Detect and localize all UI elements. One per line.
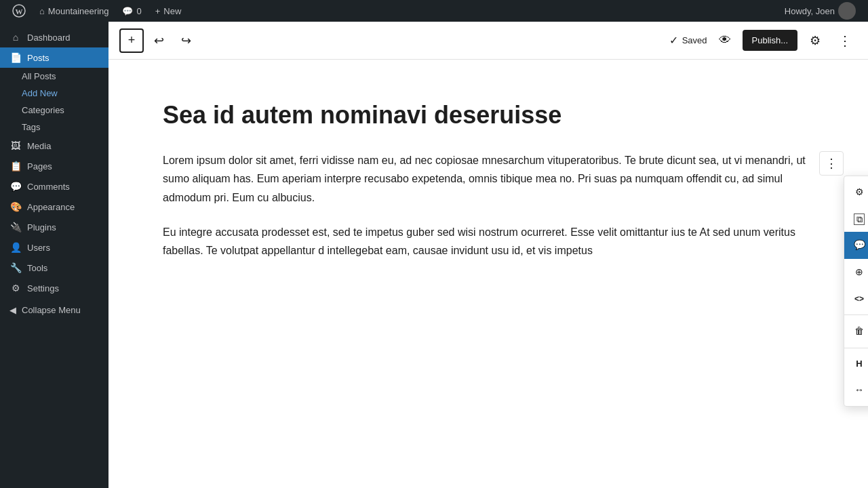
sidebar-item-settings-label: Settings	[27, 283, 59, 293]
all-posts-label: All Posts	[22, 71, 56, 81]
categories-label: Categories	[22, 105, 64, 115]
editor-settings-button[interactable]: ⚙	[803, 28, 827, 53]
sidebar-item-tags[interactable]: Tags	[0, 119, 108, 136]
paragraph-block-1: Lorem ipsum dolor sit amet, ferri vidiss…	[163, 151, 814, 207]
sidebar-item-tools[interactable]: 🔧 Tools	[0, 258, 108, 278]
post-title[interactable]: Sea id autem nominavi deseruisse	[163, 100, 814, 129]
collapse-menu-button[interactable]: ◀ Collapse Menu	[0, 298, 108, 322]
menu-item-edit-html[interactable]: <> Edit as HTML	[844, 286, 868, 312]
comments-icon: 💬	[9, 181, 22, 192]
paragraph-1-text[interactable]: Lorem ipsum dolor sit amet, ferri vidiss…	[163, 151, 814, 207]
svg-text:W: W	[16, 7, 23, 16]
undo-button[interactable]: ↩	[146, 28, 171, 53]
collapse-arrow-icon: ◀	[9, 305, 16, 315]
publish-button[interactable]: Publish...	[743, 30, 797, 51]
comment-icon: 💬	[122, 6, 133, 16]
home-icon: ⌂	[39, 6, 45, 16]
sidebar-item-dashboard-label: Dashboard	[27, 33, 71, 43]
appearance-icon: 🎨	[9, 201, 22, 212]
toolbar-right: ✓ Saved 👁 Publish... ⚙ ⋮	[669, 28, 857, 53]
paragraph-2-text[interactable]: Eu integre accusata prodesset est, sed t…	[163, 223, 814, 260]
sidebar-item-dashboard[interactable]: ⌂ Dashboard	[0, 27, 108, 47]
sidebar-item-categories[interactable]: Categories	[0, 102, 108, 119]
menu-item-add-comment[interactable]: 💬 Add Comment ⌘+⌥+M	[844, 232, 868, 259]
three-dots-icon: ⋮	[825, 156, 837, 171]
sidebar-item-appearance[interactable]: 🎨 Appearance	[0, 197, 108, 217]
tags-label: Tags	[22, 122, 40, 132]
sidebar-item-users[interactable]: 👤 Users	[0, 237, 108, 258]
eye-icon: 👁	[719, 33, 731, 47]
insert-after-menu-icon: ⊕	[854, 264, 865, 281]
sidebar: ⌂ Dashboard 📄 Posts All Posts Add New Ca…	[0, 22, 108, 488]
site-name-label: Mountaineering	[48, 6, 109, 16]
redo-button[interactable]: ↪	[174, 28, 198, 53]
dashboard-icon: ⌂	[9, 32, 22, 43]
menu-item-delete[interactable]: 🗑 Delete Del	[844, 318, 868, 345]
site-name-button[interactable]: ⌂ Mountaineering	[33, 0, 115, 22]
publish-label: Publish...	[752, 35, 788, 45]
admin-bar-right: Howdy, Joen	[778, 0, 863, 22]
comments-count: 0	[136, 6, 141, 16]
menu-item-insert-after[interactable]: ⊕ Insert After ^+⌘+M	[844, 259, 868, 286]
pages-icon: 📋	[9, 161, 22, 171]
sidebar-item-add-new[interactable]: Add New	[0, 85, 108, 102]
context-menu: ⚙ Settings ⌘+, ⧉ Duplicate ⌘+D 💬 Add Com…	[844, 176, 868, 407]
saved-label: Saved	[682, 35, 707, 45]
sidebar-item-users-label: Users	[27, 243, 50, 253]
sidebar-item-media-label: Media	[27, 141, 51, 151]
duplicate-menu-icon: ⧉	[854, 214, 865, 225]
sidebar-item-pages[interactable]: 📋 Pages	[0, 156, 108, 176]
block-options-button[interactable]: ⋮	[819, 151, 844, 176]
editor-toolbar: + ↩ ↪ ✓ Saved 👁 Publish... ⚙	[108, 22, 868, 60]
add-comment-menu-icon: 💬	[854, 237, 865, 253]
editor-area: + ↩ ↪ ✓ Saved 👁 Publish... ⚙	[108, 22, 868, 488]
paragraph-block-2: Eu integre accusata prodesset est, sed t…	[163, 223, 814, 260]
users-icon: 👤	[9, 242, 22, 253]
menu-divider-2	[844, 348, 868, 348]
sidebar-item-media[interactable]: 🖼 Media	[0, 136, 108, 156]
sidebar-item-posts[interactable]: 📄 Posts	[0, 47, 108, 68]
main-layout: ⌂ Dashboard 📄 Posts All Posts Add New Ca…	[0, 22, 868, 488]
menu-item-duplicate[interactable]: ⧉ Duplicate ⌘+D	[844, 206, 868, 232]
tools-icon: 🔧	[9, 262, 22, 273]
turn-heading-menu-icon: H	[854, 357, 865, 371]
wp-logo-button[interactable]: W	[5, 0, 33, 22]
sidebar-item-posts-label: Posts	[27, 53, 50, 63]
menu-item-settings[interactable]: ⚙ Settings ⌘+,	[844, 179, 868, 206]
comments-button[interactable]: 💬 0	[115, 0, 148, 22]
turn-into-menu-icon: ↔	[854, 382, 865, 399]
sidebar-item-appearance-label: Appearance	[27, 202, 75, 212]
menu-item-turn-into[interactable]: ↔ Turn Into ... ▶	[844, 377, 868, 404]
plus-icon: +	[155, 6, 161, 16]
menu-divider-1	[844, 314, 868, 315]
user-greeting[interactable]: Howdy, Joen	[778, 0, 863, 22]
undo-icon: ↩	[154, 33, 164, 48]
posts-icon: 📄	[9, 52, 22, 63]
settings-icon: ⚙	[9, 283, 22, 293]
redo-icon: ↪	[181, 33, 191, 48]
editor-content: Sea id autem nominavi deseruisse Lorem i…	[108, 60, 868, 488]
media-icon: 🖼	[9, 140, 22, 151]
edit-html-menu-icon: <>	[854, 292, 865, 306]
add-block-icon: +	[128, 33, 136, 47]
sidebar-item-settings[interactable]: ⚙ Settings	[0, 278, 108, 298]
delete-menu-icon: 🗑	[854, 323, 865, 340]
sidebar-item-all-posts[interactable]: All Posts	[0, 68, 108, 85]
new-label: New	[163, 6, 181, 16]
sidebar-item-tools-label: Tools	[27, 263, 47, 273]
sidebar-item-comments[interactable]: 💬 Comments	[0, 176, 108, 197]
editor-more-button[interactable]: ⋮	[833, 28, 857, 53]
sidebar-item-plugins[interactable]: 🔌 Plugins	[0, 217, 108, 237]
collapse-menu-label: Collapse Menu	[22, 305, 81, 315]
sidebar-item-comments-label: Comments	[27, 182, 70, 192]
menu-item-turn-heading[interactable]: H Turn into Heading	[844, 351, 868, 377]
new-content-button[interactable]: + New	[149, 0, 189, 22]
sidebar-item-plugins-label: Plugins	[27, 222, 56, 232]
preview-button[interactable]: 👁	[713, 28, 737, 53]
more-dots-icon: ⋮	[838, 33, 852, 49]
editor-settings-icon: ⚙	[810, 33, 821, 48]
plugins-icon: 🔌	[9, 222, 22, 232]
add-block-button[interactable]: +	[119, 28, 144, 53]
user-avatar	[838, 2, 856, 20]
saved-check-icon: ✓	[669, 34, 678, 47]
